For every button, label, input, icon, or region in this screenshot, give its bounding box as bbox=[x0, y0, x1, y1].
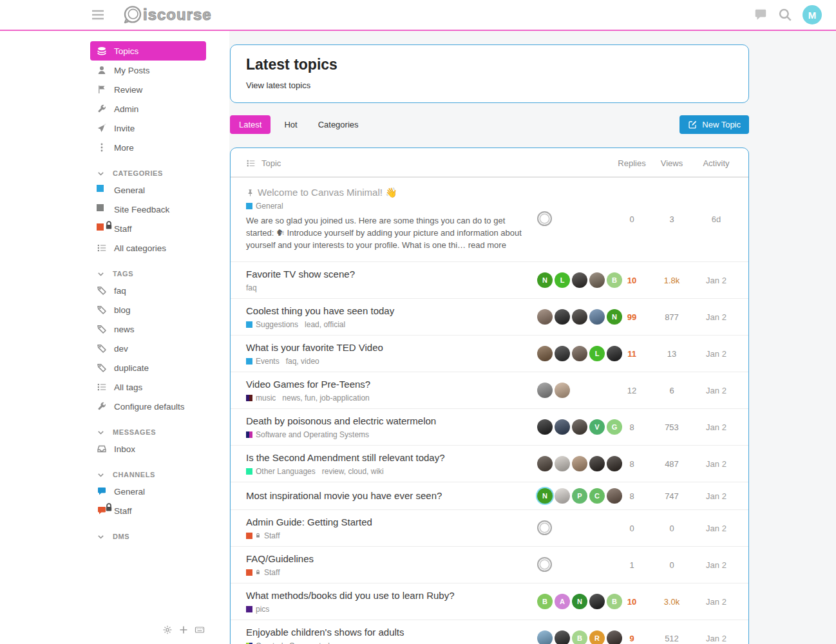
topic-title-link[interactable]: Welcome to Canvas Minimal! 👋 bbox=[258, 186, 397, 199]
sidebar-section-channels[interactable]: CHANNELS bbox=[90, 468, 206, 482]
topic-row[interactable]: FAQ/GuidelinesStaff10Jan 2 bbox=[231, 547, 748, 583]
category-badge[interactable]: Events bbox=[246, 357, 280, 366]
topic-title-link[interactable]: Enjoyable children's shows for adults bbox=[246, 626, 404, 639]
activity-date[interactable]: Jan 2 bbox=[706, 422, 727, 432]
sidebar-item-admin[interactable]: Admin bbox=[90, 99, 206, 118]
system-avatar[interactable] bbox=[537, 557, 552, 572]
sidebar-item-inbox[interactable]: Inbox bbox=[90, 439, 206, 459]
column-replies[interactable]: Replies bbox=[613, 158, 651, 168]
user-avatar[interactable] bbox=[572, 456, 587, 471]
user-avatar[interactable] bbox=[589, 309, 605, 325]
topic-tags[interactable]: faq bbox=[246, 283, 257, 292]
sidebar-item-dev[interactable]: dev bbox=[90, 339, 206, 358]
user-avatar[interactable] bbox=[537, 419, 553, 435]
hamburger-menu-icon[interactable] bbox=[90, 7, 106, 23]
topic-title-link[interactable]: Coolest thing you have seen today bbox=[246, 305, 394, 317]
user-avatar[interactable] bbox=[555, 309, 570, 325]
user-avatar[interactable]: N bbox=[572, 594, 587, 609]
category-badge[interactable]: General bbox=[246, 202, 283, 211]
column-activity[interactable]: Activity bbox=[693, 158, 739, 168]
user-avatar[interactable] bbox=[537, 309, 553, 325]
user-avatar[interactable] bbox=[537, 346, 553, 361]
tab-latest[interactable]: Latest bbox=[230, 115, 271, 134]
user-avatar[interactable]: P bbox=[572, 488, 587, 504]
sidebar-item-configure-defaults[interactable]: Configure defaults bbox=[90, 397, 206, 416]
topic-row[interactable]: Welcome to Canvas Minimal! 👋GeneralWe ar… bbox=[231, 178, 748, 262]
topic-tags[interactable]: todo bbox=[319, 641, 334, 644]
user-avatar[interactable] bbox=[589, 594, 605, 609]
activity-date[interactable]: Jan 2 bbox=[706, 459, 727, 469]
topic-row[interactable]: Video Games for Pre-Teens?musicnews, fun… bbox=[231, 372, 748, 409]
user-avatar[interactable] bbox=[572, 309, 587, 325]
user-avatar[interactable] bbox=[555, 419, 570, 435]
category-badge[interactable]: Suggestions bbox=[246, 320, 298, 329]
user-avatar[interactable] bbox=[589, 456, 605, 471]
user-avatar[interactable] bbox=[555, 346, 570, 361]
discourse-logo[interactable]: iscourse bbox=[122, 5, 212, 25]
topic-title-link[interactable]: Favorite TV show scene? bbox=[246, 268, 355, 281]
sidebar-section-messages[interactable]: MESSAGES bbox=[90, 425, 206, 439]
activity-date[interactable]: Jan 2 bbox=[706, 560, 727, 570]
topic-title-link[interactable]: Is the Second Amendment still relevant t… bbox=[246, 451, 445, 464]
user-avatar[interactable]: R bbox=[589, 630, 605, 644]
sidebar-item-news[interactable]: news bbox=[90, 319, 206, 339]
topic-tags[interactable]: review, cloud, wiki bbox=[322, 467, 384, 476]
user-avatar[interactable] bbox=[537, 630, 553, 644]
gear-icon[interactable] bbox=[162, 625, 173, 635]
column-views[interactable]: Views bbox=[651, 158, 693, 168]
topic-tags[interactable]: lead, official bbox=[305, 320, 345, 329]
user-avatar[interactable] bbox=[572, 346, 587, 361]
user-avatar[interactable]: N bbox=[537, 272, 553, 288]
category-badge[interactable]: Software and Operating Systems bbox=[246, 430, 369, 439]
sidebar-item-review[interactable]: Review bbox=[90, 80, 206, 99]
sidebar-item-faq[interactable]: faq bbox=[90, 281, 206, 300]
topic-title-link[interactable]: Death by poisonous and electric watermel… bbox=[246, 415, 436, 428]
sidebar-item-all-tags[interactable]: All tags bbox=[90, 377, 206, 397]
sidebar-item-staff[interactable]: Staff bbox=[90, 501, 206, 520]
system-avatar[interactable] bbox=[537, 211, 552, 226]
category-badge[interactable]: Staff bbox=[246, 531, 280, 540]
sidebar-section-dms[interactable]: DMS bbox=[90, 529, 206, 544]
topic-row[interactable]: Is the Second Amendment still relevant t… bbox=[231, 446, 748, 482]
category-badge[interactable]: pics bbox=[246, 605, 269, 614]
activity-date[interactable]: Jan 2 bbox=[706, 349, 727, 359]
topic-title-link[interactable]: Most inspirational movie you have ever s… bbox=[246, 489, 442, 502]
sidebar-item-general[interactable]: General bbox=[90, 482, 206, 501]
topic-row[interactable]: What is your favorite TED VideoEventsfaq… bbox=[231, 336, 748, 372]
topic-row[interactable]: Most inspirational movie you have ever s… bbox=[231, 482, 748, 510]
topic-row[interactable]: Admin Guide: Getting StartedStaff00Jan 2 bbox=[231, 510, 748, 547]
topic-row[interactable]: Enjoyable children's shows for adultsCre… bbox=[231, 620, 748, 644]
sidebar-item-my-posts[interactable]: My Posts bbox=[90, 61, 206, 80]
activity-date[interactable]: Jan 2 bbox=[706, 491, 727, 501]
user-avatar[interactable] bbox=[537, 383, 553, 398]
tab-categories[interactable]: Categories bbox=[311, 115, 366, 134]
user-avatar[interactable]: L bbox=[555, 272, 570, 288]
sidebar-item-blog[interactable]: blog bbox=[90, 300, 206, 319]
sidebar-item-more[interactable]: More bbox=[90, 138, 206, 157]
user-avatar[interactable]: C bbox=[589, 488, 605, 504]
topic-title-link[interactable]: What is your favorite TED Video bbox=[246, 341, 383, 354]
topic-row[interactable]: Coolest thing you have seen todaySuggest… bbox=[231, 299, 748, 336]
activity-date[interactable]: Jan 2 bbox=[706, 386, 727, 395]
user-avatar[interactable] bbox=[555, 383, 570, 398]
activity-date[interactable]: Jan 2 bbox=[706, 276, 727, 285]
topic-title-link[interactable]: FAQ/Guidelines bbox=[246, 553, 314, 565]
user-avatar[interactable]: L bbox=[589, 346, 605, 361]
keyboard-icon[interactable] bbox=[195, 625, 205, 635]
column-topic[interactable]: Topic bbox=[261, 158, 281, 168]
topic-title-link[interactable]: Admin Guide: Getting Started bbox=[246, 516, 372, 529]
sidebar-item-invite[interactable]: Invite bbox=[90, 118, 206, 138]
topic-row[interactable]: Favorite TV show scene?faqNLB101.8kJan 2 bbox=[231, 262, 748, 299]
category-badge[interactable]: Creator's Corner bbox=[246, 641, 312, 644]
search-icon[interactable] bbox=[778, 8, 792, 22]
new-topic-button[interactable]: New Topic bbox=[679, 115, 749, 134]
topic-title-link[interactable]: What methods/books did you use to learn … bbox=[246, 589, 455, 602]
sidebar-section-tags[interactable]: TAGS bbox=[90, 267, 206, 281]
user-avatar[interactable]: B bbox=[572, 630, 587, 644]
user-avatar[interactable] bbox=[537, 456, 553, 471]
user-avatar[interactable] bbox=[589, 272, 605, 288]
sidebar-item-site-feedback[interactable]: Site Feedback bbox=[90, 200, 206, 219]
user-avatar[interactable]: B bbox=[537, 594, 553, 609]
sidebar-item-staff[interactable]: Staff bbox=[90, 219, 206, 238]
plus-icon[interactable] bbox=[178, 625, 189, 635]
